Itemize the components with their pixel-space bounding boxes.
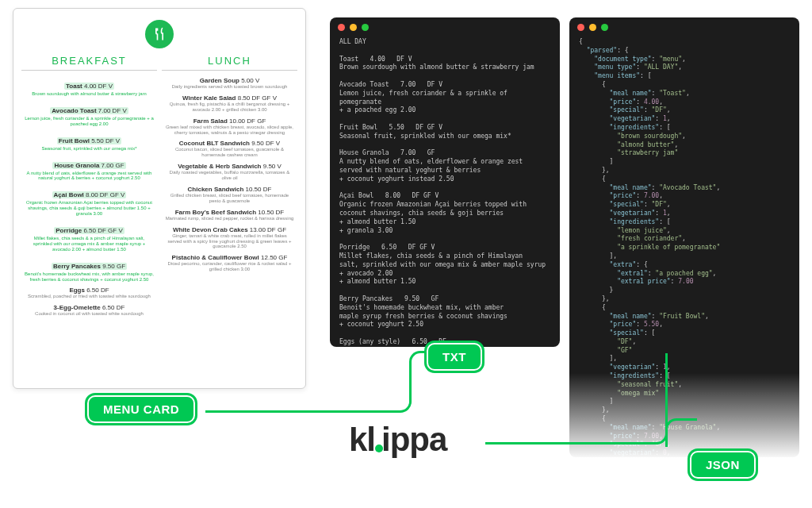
menu-item: White Devon Crab Cakes 13.00 DF GFGinger… (162, 226, 297, 250)
menu-item-desc: Diced pecorino, coriander, cauliflower r… (162, 261, 297, 272)
menu-section-title: BREAKFAST (21, 55, 157, 71)
menu-item-desc: Ginger, tamari & white crab meat, rolled… (162, 233, 297, 250)
label-txt: TXT (427, 343, 482, 371)
label-menu-card: MENU CARD (87, 395, 195, 423)
menu-item-title: Porridge 6.50 DF GF V (54, 227, 124, 234)
menu-item: Farm Salad 10.00 DF GFGreen leaf mixed w… (162, 117, 297, 136)
menu-item-desc: Daily roasted vegetables, buffalo mozzar… (162, 170, 297, 181)
menu-item: Avocado Toast 7.00 DF VLemon juice, fres… (21, 102, 157, 127)
menu-item-title: Garden Soup 5.00 V (162, 77, 297, 84)
window-controls (338, 24, 369, 31)
klippa-logo: klippa (349, 421, 446, 459)
menu-item-desc: Seasonal fruit, sprinkled with our omega… (21, 146, 157, 152)
menu-item-title: Coconut BLT Sandwich 9.50 DF V (162, 140, 297, 147)
menu-item-desc: Green leaf mixed with chicken breast, av… (162, 125, 297, 136)
menu-item: 3-Egg-Omelette 6.50 DFCooked in coconut … (21, 304, 157, 317)
menu-item: Fruit Bowl 5.50 DF VSeasonal fruit, spri… (21, 132, 157, 152)
menu-item: Berry Pancakes 9.50 GFBenoit's homemade … (21, 257, 157, 283)
label-json: JSON (690, 451, 756, 479)
menu-item-desc: Brown sourdough with almond butter & str… (21, 91, 157, 97)
connector-arc (665, 418, 697, 447)
menu-item-desc: Coconut bacon, sliced beef tomatoes, gua… (162, 147, 297, 158)
menu-item-desc: Quinoa, fresh fig, pistachio & a chilli … (162, 102, 297, 113)
menu-item-desc: Marinated rump, sliced red pepper, rocke… (162, 216, 297, 221)
menu-section: LUNCHGarden Soup 5.00 VDaily ingredients… (162, 55, 297, 321)
menu-item-title: Avocado Toast 7.00 DF V (50, 107, 128, 114)
menu-section: BREAKFASTToast 4.00 DF VBrown sourdough … (21, 55, 157, 321)
menu-item-title: White Devon Crab Cakes 13.00 DF GF (162, 226, 297, 233)
menu-item: Açai Bowl 8.00 DF GF VOrganic frozen Ama… (21, 186, 157, 217)
menu-item: Eggs 6.50 DFScrambled, poached or fried … (21, 287, 157, 299)
menu-item-title: Farm Boy's Beef Sandwich 10.50 DF (162, 209, 297, 216)
menu-item-desc: Daily ingredients served with toasted br… (162, 84, 297, 90)
menu-item-desc: Cooked in coconut oil with toasted white… (21, 311, 157, 317)
menu-item-title: Chicken Sandwich 10.50 DF (162, 186, 297, 193)
txt-output-window: ALL DAY Toast 4.00 DF V Brown sourdough … (330, 17, 560, 347)
menu-item-title: Berry Pancakes 9.50 GF (52, 263, 127, 270)
menu-item: Chicken Sandwich 10.50 DFGrilled chicken… (162, 186, 297, 204)
menu-item-desc: Grilled chicken breast, sliced beef toma… (162, 193, 297, 204)
menu-item-title: House Granola 7.00 GF (52, 162, 125, 169)
connector-arc (485, 353, 668, 444)
menu-item-desc: Scrambled, poached or fried with toasted… (21, 294, 157, 299)
txt-output: ALL DAY Toast 4.00 DF V Brown sourdough … (339, 38, 550, 347)
menu-item: Coconut BLT Sandwich 9.50 DF VCoconut ba… (162, 140, 297, 158)
menu-item-title: Winter Kale Salad 8.50 DF GF V (162, 94, 297, 102)
menu-item-title: Fruit Bowl 5.50 DF V (57, 137, 121, 144)
menu-item-title: 3-Egg-Omelette 6.50 DF (21, 304, 157, 311)
menu-item-title: Vegetable & Herb Sandwich 9.50 V (162, 163, 297, 170)
menu-item-desc: Organic frozen Amazonian Açai berries to… (21, 200, 157, 217)
menu-item: Porridge 6.50 DF GF VMillet flakes, chia… (21, 221, 157, 252)
menu-item: Farm Boy's Beef Sandwich 10.50 DFMarinat… (162, 209, 297, 221)
menu-item: Vegetable & Herb Sandwich 9.50 VDaily ro… (162, 163, 297, 181)
menu-item-title: Eggs 6.50 DF (21, 287, 157, 294)
window-controls (577, 24, 608, 31)
menu-item-title: Açai Bowl 8.00 DF GF V (52, 191, 127, 198)
menu-item: Pistachio & Cauliflower Bowl 12.50 GFDic… (162, 254, 297, 272)
menu-item: House Granola 7.00 GFA nutty blend of oa… (21, 156, 157, 182)
utensils-icon (145, 20, 174, 48)
menu-item-desc: Millet flakes, chia seeds & a pinch of H… (21, 236, 157, 252)
menu-item-title: Pistachio & Cauliflower Bowl 12.50 GF (162, 254, 297, 261)
menu-item: Garden Soup 5.00 VDaily ingredients serv… (162, 77, 297, 90)
connector-arc (205, 373, 412, 413)
menu-section-title: LUNCH (162, 55, 297, 71)
menu-card: BREAKFASTToast 4.00 DF VBrown sourdough … (13, 8, 306, 389)
menu-item: Winter Kale Salad 8.50 DF GF VQuinoa, fr… (162, 94, 297, 113)
menu-item-title: Farm Salad 10.00 DF GF (162, 117, 297, 125)
menu-item-desc: A nutty blend of oats, elderflower & ora… (21, 171, 157, 182)
menu-item-desc: Lemon juice, fresh coriander & a sprinkl… (21, 116, 157, 127)
menu-item-desc: Benoit's homemade buckwheat mix, with am… (21, 271, 157, 283)
menu-item: Toast 4.00 DF VBrown sourdough with almo… (21, 77, 157, 97)
menu-item-title: Toast 4.00 DF V (64, 83, 114, 90)
